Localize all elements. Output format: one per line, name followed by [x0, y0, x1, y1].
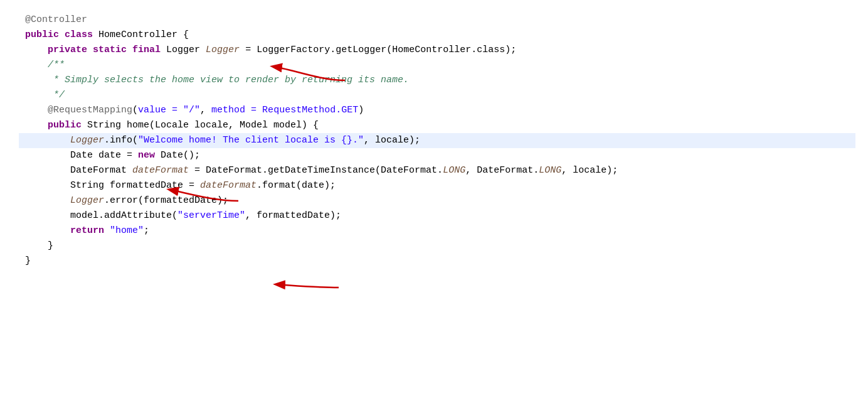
code-line: String formattedDate = dateFormat.format…: [19, 178, 855, 193]
code-lines: @Controllerpublic class HomeController {…: [19, 13, 855, 269]
code-line: Logger.info("Welcome home! The client lo…: [19, 133, 855, 148]
code-line: @Controller: [19, 13, 855, 28]
code-line: */: [19, 88, 855, 103]
code-line: return "home";: [19, 223, 855, 239]
code-line: private static final Logger Logger = Log…: [19, 43, 855, 58]
code-line: }: [19, 254, 855, 269]
code-line: DateFormat dateFormat = DateFormat.getDa…: [19, 163, 855, 178]
code-line: * Simply selects the home view to render…: [19, 73, 855, 88]
code-line: model.addAttribute("serverTime", formatt…: [19, 208, 855, 223]
code-line: public String home(Locale locale, Model …: [19, 118, 855, 133]
code-line: Date date = new Date();: [19, 148, 855, 163]
code-line: @RequestMapping(value = "/", method = Re…: [19, 103, 855, 118]
code-line: }: [19, 239, 855, 254]
code-line: /**: [19, 58, 855, 73]
code-container: @Controllerpublic class HomeController {…: [0, 6, 868, 398]
code-line: Logger.error(formattedDate);: [19, 193, 855, 208]
code-line: public class HomeController {: [19, 28, 855, 43]
